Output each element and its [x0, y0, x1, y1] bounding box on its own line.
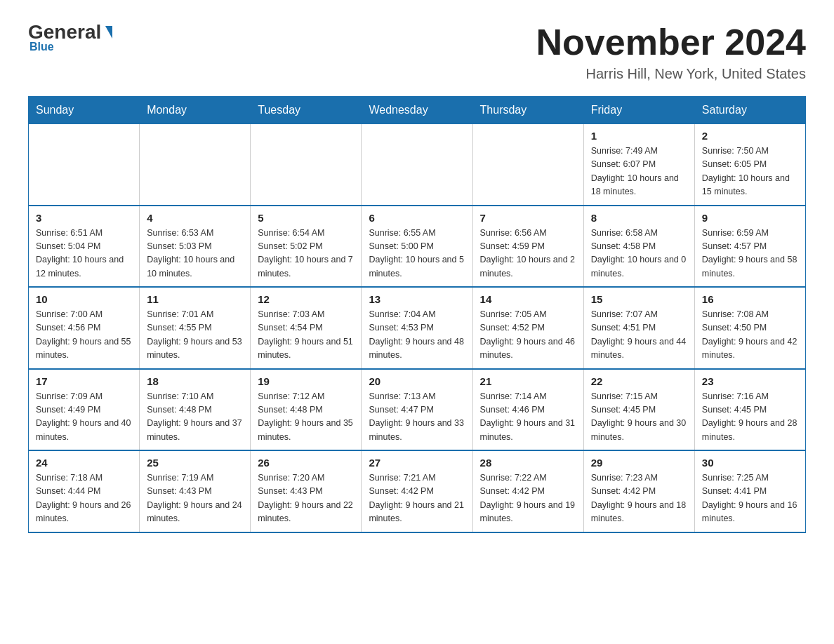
day-info: Sunrise: 6:55 AMSunset: 5:00 PMDaylight:… [369, 227, 465, 281]
day-info: Sunrise: 7:00 AMSunset: 4:56 PMDaylight:… [36, 308, 132, 363]
day-info: Sunrise: 6:51 AMSunset: 5:04 PMDaylight:… [36, 227, 132, 281]
day-info: Sunrise: 7:19 AMSunset: 4:43 PMDaylight:… [147, 471, 243, 526]
col-thursday: Thursday [472, 97, 583, 124]
location-text: Harris Hill, New York, United States [536, 66, 806, 82]
day-info: Sunrise: 7:13 AMSunset: 4:47 PMDaylight:… [369, 390, 465, 445]
col-friday: Friday [583, 97, 694, 124]
day-number: 24 [36, 457, 132, 469]
day-info: Sunrise: 7:09 AMSunset: 4:49 PMDaylight:… [36, 390, 132, 445]
day-number: 7 [480, 212, 576, 224]
calendar-cell [251, 124, 362, 206]
title-section: November 2024 Harris Hill, New York, Uni… [536, 21, 806, 82]
day-number: 13 [369, 293, 465, 305]
day-info: Sunrise: 6:59 AMSunset: 4:57 PMDaylight:… [702, 227, 798, 281]
day-info: Sunrise: 7:20 AMSunset: 4:43 PMDaylight:… [258, 471, 354, 526]
calendar-cell: 13Sunrise: 7:04 AMSunset: 4:53 PMDayligh… [362, 287, 472, 369]
day-info: Sunrise: 6:58 AMSunset: 4:58 PMDaylight:… [591, 227, 687, 281]
day-number: 23 [702, 375, 798, 387]
month-title: November 2024 [536, 21, 806, 63]
day-number: 10 [36, 293, 132, 305]
day-number: 22 [591, 375, 687, 387]
calendar-cell: 30Sunrise: 7:25 AMSunset: 4:41 PMDayligh… [694, 450, 805, 532]
calendar-cell: 11Sunrise: 7:01 AMSunset: 4:55 PMDayligh… [140, 287, 251, 369]
calendar-cell: 10Sunrise: 7:00 AMSunset: 4:56 PMDayligh… [29, 287, 140, 369]
col-tuesday: Tuesday [251, 97, 362, 124]
day-info: Sunrise: 7:05 AMSunset: 4:52 PMDaylight:… [480, 308, 576, 363]
day-info: Sunrise: 7:03 AMSunset: 4:54 PMDaylight:… [258, 308, 354, 363]
day-info: Sunrise: 7:14 AMSunset: 4:46 PMDaylight:… [480, 390, 576, 445]
calendar-cell: 17Sunrise: 7:09 AMSunset: 4:49 PMDayligh… [29, 369, 140, 451]
day-info: Sunrise: 7:12 AMSunset: 4:48 PMDaylight:… [258, 390, 354, 445]
day-number: 28 [480, 457, 576, 469]
day-info: Sunrise: 6:56 AMSunset: 4:59 PMDaylight:… [480, 227, 576, 281]
calendar-cell [362, 124, 472, 206]
col-monday: Monday [140, 97, 251, 124]
calendar-cell: 2Sunrise: 7:50 AMSunset: 6:05 PMDaylight… [694, 124, 805, 206]
day-number: 17 [36, 375, 132, 387]
col-wednesday: Wednesday [362, 97, 472, 124]
calendar-cell [29, 124, 140, 206]
day-info: Sunrise: 6:54 AMSunset: 5:02 PMDaylight:… [258, 227, 354, 281]
day-info: Sunrise: 7:18 AMSunset: 4:44 PMDaylight:… [36, 471, 132, 526]
day-info: Sunrise: 7:25 AMSunset: 4:41 PMDaylight:… [702, 471, 798, 526]
day-info: Sunrise: 7:50 AMSunset: 6:05 PMDaylight:… [702, 145, 798, 199]
day-info: Sunrise: 7:10 AMSunset: 4:48 PMDaylight:… [147, 390, 243, 445]
col-saturday: Saturday [694, 97, 805, 124]
logo-blue-text: Blue [29, 41, 54, 53]
day-number: 9 [702, 212, 798, 224]
calendar-cell: 21Sunrise: 7:14 AMSunset: 4:46 PMDayligh… [472, 369, 583, 451]
header-row: Sunday Monday Tuesday Wednesday Thursday… [29, 97, 806, 124]
logo-triangle-icon [105, 26, 112, 39]
calendar-cell: 16Sunrise: 7:08 AMSunset: 4:50 PMDayligh… [694, 287, 805, 369]
calendar-cell: 4Sunrise: 6:53 AMSunset: 5:03 PMDaylight… [140, 206, 251, 288]
day-number: 14 [480, 293, 576, 305]
calendar-week-row: 17Sunrise: 7:09 AMSunset: 4:49 PMDayligh… [29, 369, 806, 451]
calendar-week-row: 24Sunrise: 7:18 AMSunset: 4:44 PMDayligh… [29, 450, 806, 532]
day-number: 2 [702, 130, 798, 142]
day-number: 20 [369, 375, 465, 387]
calendar-cell: 28Sunrise: 7:22 AMSunset: 4:42 PMDayligh… [472, 450, 583, 532]
calendar-cell: 15Sunrise: 7:07 AMSunset: 4:51 PMDayligh… [583, 287, 694, 369]
col-sunday: Sunday [29, 97, 140, 124]
calendar-body: 1Sunrise: 7:49 AMSunset: 6:07 PMDaylight… [29, 124, 806, 532]
calendar-week-row: 1Sunrise: 7:49 AMSunset: 6:07 PMDaylight… [29, 124, 806, 206]
calendar-cell: 19Sunrise: 7:12 AMSunset: 4:48 PMDayligh… [251, 369, 362, 451]
calendar-cell: 3Sunrise: 6:51 AMSunset: 5:04 PMDaylight… [29, 206, 140, 288]
calendar-cell: 8Sunrise: 6:58 AMSunset: 4:58 PMDaylight… [583, 206, 694, 288]
day-number: 25 [147, 457, 243, 469]
logo: General Blue [28, 21, 112, 53]
day-number: 12 [258, 293, 354, 305]
day-info: Sunrise: 7:21 AMSunset: 4:42 PMDaylight:… [369, 471, 465, 526]
calendar-cell: 1Sunrise: 7:49 AMSunset: 6:07 PMDaylight… [583, 124, 694, 206]
calendar-cell: 20Sunrise: 7:13 AMSunset: 4:47 PMDayligh… [362, 369, 472, 451]
day-number: 4 [147, 212, 243, 224]
calendar-cell: 27Sunrise: 7:21 AMSunset: 4:42 PMDayligh… [362, 450, 472, 532]
calendar-cell: 25Sunrise: 7:19 AMSunset: 4:43 PMDayligh… [140, 450, 251, 532]
day-info: Sunrise: 7:01 AMSunset: 4:55 PMDaylight:… [147, 308, 243, 363]
page-header: General Blue November 2024 Harris Hill, … [28, 21, 806, 82]
day-info: Sunrise: 7:08 AMSunset: 4:50 PMDaylight:… [702, 308, 798, 363]
day-info: Sunrise: 7:07 AMSunset: 4:51 PMDaylight:… [591, 308, 687, 363]
day-number: 30 [702, 457, 798, 469]
day-info: Sunrise: 7:04 AMSunset: 4:53 PMDaylight:… [369, 308, 465, 363]
calendar-cell: 7Sunrise: 6:56 AMSunset: 4:59 PMDaylight… [472, 206, 583, 288]
day-info: Sunrise: 7:22 AMSunset: 4:42 PMDaylight:… [480, 471, 576, 526]
day-info: Sunrise: 7:49 AMSunset: 6:07 PMDaylight:… [591, 145, 687, 199]
calendar-cell: 26Sunrise: 7:20 AMSunset: 4:43 PMDayligh… [251, 450, 362, 532]
calendar-week-row: 3Sunrise: 6:51 AMSunset: 5:04 PMDaylight… [29, 206, 806, 288]
calendar-header: Sunday Monday Tuesday Wednesday Thursday… [29, 97, 806, 124]
calendar-cell [140, 124, 251, 206]
day-number: 26 [258, 457, 354, 469]
day-info: Sunrise: 7:15 AMSunset: 4:45 PMDaylight:… [591, 390, 687, 445]
calendar-cell [472, 124, 583, 206]
calendar-week-row: 10Sunrise: 7:00 AMSunset: 4:56 PMDayligh… [29, 287, 806, 369]
calendar-cell: 12Sunrise: 7:03 AMSunset: 4:54 PMDayligh… [251, 287, 362, 369]
day-info: Sunrise: 7:23 AMSunset: 4:42 PMDaylight:… [591, 471, 687, 526]
calendar-cell: 14Sunrise: 7:05 AMSunset: 4:52 PMDayligh… [472, 287, 583, 369]
day-number: 21 [480, 375, 576, 387]
day-number: 18 [147, 375, 243, 387]
calendar-table: Sunday Monday Tuesday Wednesday Thursday… [28, 96, 806, 533]
day-number: 1 [591, 130, 687, 142]
day-number: 29 [591, 457, 687, 469]
calendar-cell: 9Sunrise: 6:59 AMSunset: 4:57 PMDaylight… [694, 206, 805, 288]
